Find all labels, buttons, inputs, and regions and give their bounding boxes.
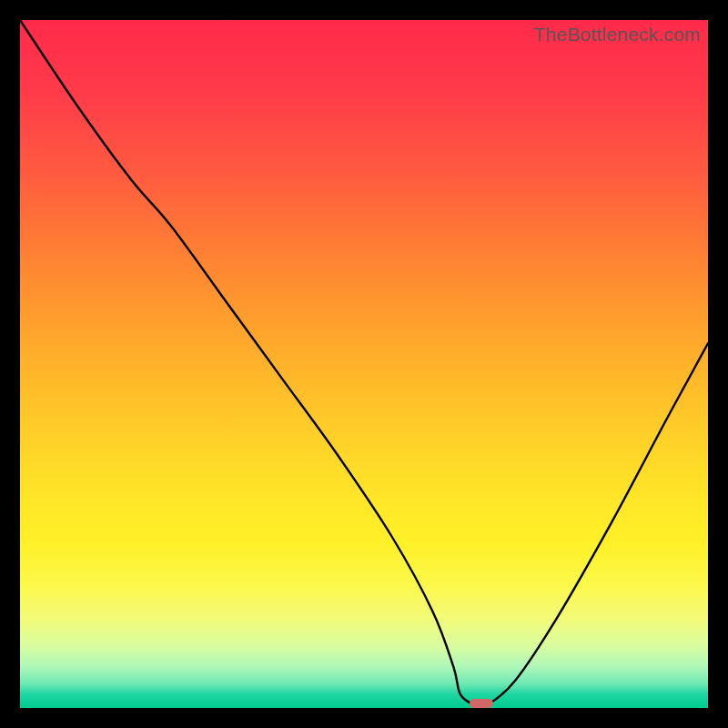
curve-path bbox=[20, 20, 708, 707]
bottleneck-curve bbox=[20, 20, 708, 708]
chart-frame: TheBottleneck.com bbox=[0, 0, 728, 728]
optimum-marker bbox=[470, 699, 493, 708]
plot-area: TheBottleneck.com bbox=[20, 20, 708, 708]
